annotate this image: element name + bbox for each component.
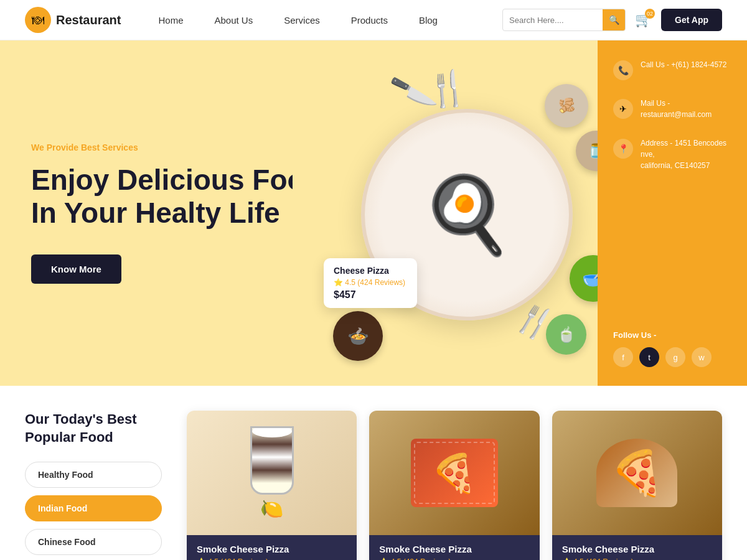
food-item-stars-1: ⭐ 4.5 (424 Reviews) [197, 558, 347, 560]
cart-button[interactable]: 🛒 02 [635, 12, 652, 28]
food-card-name: Cheese Pizza [334, 266, 407, 276]
lower-section: Our Today's Best Popular Food Healthy Fo… [0, 386, 747, 560]
contact-address-text: Address - 1451 Bencodes nve, california,… [641, 138, 731, 171]
food-item-image-2: 🍕 [369, 411, 539, 535]
nav-links: Home About Us Services Products Blog [158, 15, 502, 26]
navbar: 🍽 Restaurant Home About Us Services Prod… [0, 0, 747, 40]
nav-blog[interactable]: Blog [419, 15, 438, 26]
contact-call-text: Call Us - +(61) 1824-4572 [641, 59, 726, 70]
food-card-price: $457 [334, 289, 407, 301]
food-item-stars-3: ⭐ 4.5 (424 Reviews) [562, 558, 712, 560]
hero-tagline: We Provide Best Services [31, 142, 566, 152]
food-item-name-1: Smoke Cheese Pizza [197, 544, 347, 554]
hero-sidebar: 📞 Call Us - +(61) 1824-4572 ✈ Mail Us - … [598, 40, 747, 386]
food-categories: Healthy Food Indian Food Chinese Food It… [25, 462, 162, 560]
food-item-name-2: Smoke Cheese Pizza [379, 544, 529, 554]
food-item-info-2: Smoke Cheese Pizza ⭐ 4.5 (424 Reviews) $… [369, 535, 539, 560]
get-app-button[interactable]: Get App [661, 9, 722, 31]
nav-about[interactable]: About Us [215, 15, 253, 26]
food-item-card-1: 🍋 Smoke Cheese Pizza ⭐ 4.5 (424 Reviews)… [187, 411, 357, 560]
whatsapp-icon[interactable]: w [692, 347, 712, 367]
bowl-1: 🫚 [545, 84, 588, 128]
logo-icon: 🍽 [25, 7, 51, 33]
bowl-4: 🍵 [546, 314, 586, 355]
nav-home[interactable]: Home [158, 15, 183, 26]
logo[interactable]: 🍽 Restaurant [25, 7, 121, 33]
hero-left: We Provide Best Services Enjoy Delicious… [0, 40, 598, 386]
cart-badge: 02 [645, 9, 655, 19]
pizza-round-icon: 🍕 [596, 439, 677, 507]
nav-services[interactable]: Services [284, 15, 320, 26]
nav-right: 🔍 🛒 02 Get App [502, 9, 722, 31]
contact-address: 📍 Address - 1451 Bencodes nve, californi… [613, 138, 731, 171]
food-item-image-3: 🍕 [552, 411, 722, 535]
category-healthy-food[interactable]: Healthy Food [25, 462, 162, 488]
food-item-name-3: Smoke Cheese Pizza [562, 544, 712, 554]
contact-mail-text: Mail Us - restaurant@mail.com [641, 98, 731, 120]
facebook-icon[interactable]: f [613, 347, 633, 367]
nav-products[interactable]: Products [351, 15, 388, 26]
search-bar: 🔍 [502, 9, 626, 31]
google-plus-icon[interactable]: g [665, 347, 685, 367]
phone-icon: 📞 [613, 60, 633, 80]
contact-call: 📞 Call Us - +(61) 1824-4572 [613, 59, 731, 80]
food-item-info-1: Smoke Cheese Pizza ⭐ 4.5 (424 Reviews) $… [187, 535, 357, 560]
food-item-image-1: 🍋 [187, 411, 357, 535]
fork-top-icon: 🍴 [425, 67, 471, 111]
location-icon: 📍 [613, 139, 633, 159]
food-item-card-2: 🍕 Smoke Cheese Pizza ⭐ 4.5 (424 Reviews)… [369, 411, 539, 560]
search-input[interactable] [503, 16, 603, 25]
social-icons: f t g w [613, 347, 731, 367]
search-button[interactable]: 🔍 [603, 9, 625, 31]
food-card: Cheese Pizza ⭐ 4.5 (424 Reviews) $457 [324, 258, 417, 308]
hero-section: We Provide Best Services Enjoy Delicious… [0, 40, 747, 386]
section-title: Our Today's Best Popular Food [25, 411, 162, 446]
glass-icon [250, 426, 294, 495]
hero-title: Enjoy Delicious Food In Your Healty Life [31, 164, 566, 230]
twitter-icon[interactable]: t [639, 347, 659, 367]
know-more-button[interactable]: Know More [31, 254, 121, 284]
lime-icon: 🍋 [250, 498, 294, 520]
contact-mail: ✈ Mail Us - restaurant@mail.com [613, 98, 731, 120]
follow-section: Follow Us - f t g w [613, 330, 731, 367]
left-panel: Our Today's Best Popular Food Healthy Fo… [25, 411, 162, 560]
knife-icon: 🔪 [388, 67, 439, 117]
mail-icon: ✈ [613, 99, 633, 119]
fork-bottom-icon: 🍴 [509, 296, 561, 346]
food-item-stars-2: ⭐ 4.5 (424 Reviews) [379, 558, 529, 560]
food-item-card-3: 🍕 Smoke Cheese Pizza ⭐ 4.5 (424 Reviews)… [552, 411, 722, 560]
bowl-5: 🍲 [333, 311, 383, 361]
parfait-illustration: 🍋 [250, 426, 294, 520]
pizza-bake-icon: 🍕 [411, 439, 498, 507]
bowl-2: 🫙 [576, 131, 598, 171]
follow-label: Follow Us - [613, 330, 731, 340]
food-card-stars: ⭐ 4.5 (424 Reviews) [334, 278, 407, 287]
bowl-3: 🥣 [570, 255, 598, 302]
food-item-info-3: Smoke Cheese Pizza ⭐ 4.5 (424 Reviews) $… [552, 535, 722, 560]
food-cards-grid: 🍋 Smoke Cheese Pizza ⭐ 4.5 (424 Reviews)… [187, 411, 722, 560]
category-indian-food[interactable]: Indian Food [25, 495, 162, 521]
category-chinese-food[interactable]: Chinese Food [25, 529, 162, 555]
brand-name: Restaurant [56, 13, 121, 27]
